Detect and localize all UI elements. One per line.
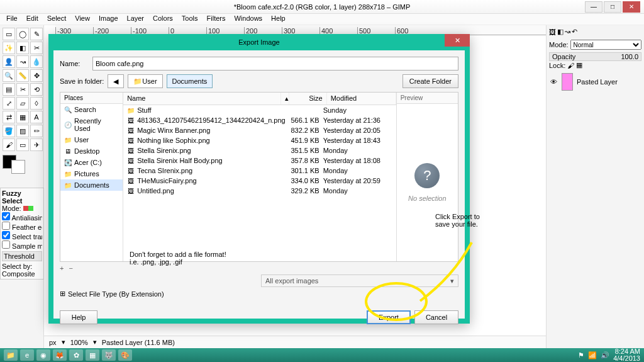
menu-edit[interactable]: Edit [23,14,42,25]
filename-input[interactable] [92,57,458,71]
file-row[interactable]: 🖼481363_412075462195412_1344220424_n.png… [123,115,396,125]
menu-view[interactable]: View [71,14,94,25]
tool-move[interactable]: ✥ [30,69,43,82]
maximize-button[interactable]: □ [604,1,621,13]
tool-free-select[interactable]: ✎ [30,28,43,40]
menu-windows[interactable]: Windows [230,14,266,25]
tool-paths[interactable]: ↝ [16,55,29,68]
taskbar-chrome-icon[interactable]: ◉ [36,349,50,361]
cancel-button[interactable]: Cancel [414,310,458,324]
tool-scale[interactable]: ⤢ [3,97,15,110]
channels-tab-icon[interactable]: ◧ [557,28,564,36]
file-row[interactable]: 🖼Tecna SIrenix.png301.1 KBMonday [123,166,396,176]
tool-align[interactable]: ▤ [3,83,15,96]
tray-volume-icon[interactable]: 🔊 [601,351,609,359]
tool-brush[interactable]: 🖌 [3,139,15,151]
filter-select[interactable]: All export images▾ [261,274,458,287]
tool-blend[interactable]: ▨ [16,125,29,137]
blend-mode-select[interactable]: Normal [570,40,641,50]
taskbar-app2-icon[interactable]: ▦ [86,349,99,361]
tool-cage[interactable]: ▦ [16,111,29,123]
lock-pixels-icon[interactable]: 🖌 [567,62,574,69]
menu-filters[interactable]: Filters [203,14,230,25]
tool-crop[interactable]: ✂ [16,83,29,96]
tool-zoom[interactable]: 🔍 [3,69,15,82]
tool-color-select[interactable]: ◧ [16,42,29,54]
opt-sample-merged[interactable]: Sample merged [2,240,42,250]
remove-place-button[interactable]: − [69,264,72,272]
tool-ellipse-select[interactable]: ◯ [16,28,29,40]
taskbar-clock[interactable]: 8:24 AM 4/4/2013 [613,348,640,362]
export-button[interactable]: Export [367,310,411,324]
menu-tools[interactable]: Tools [178,14,202,25]
close-button[interactable]: ✕ [623,1,640,13]
col-modified[interactable]: Modified [327,93,396,105]
file-row[interactable]: 🖼Untitled.png329.2 KBMonday [123,186,396,196]
bg-color[interactable] [11,160,25,174]
menu-image[interactable]: Image [95,14,122,25]
tool-pencil[interactable]: ✏ [30,125,43,137]
create-folder-button[interactable]: Create Folder [402,74,458,88]
menu-layer[interactable]: Layer [123,14,148,25]
taskbar-ie-icon[interactable]: e [20,349,34,361]
tool-bucket[interactable]: 🪣 [3,125,15,137]
tool-measure[interactable]: 📏 [16,69,29,82]
tool-eraser[interactable]: ▭ [16,139,29,151]
tool-shear[interactable]: ▱ [16,97,29,110]
path-user[interactable]: 📁 User [128,74,162,88]
tool-fuzzy-select[interactable]: ✨ [3,42,15,54]
opt-feather[interactable]: Feather edges [2,222,42,231]
tray-flag-icon[interactable]: ⚑ [578,351,584,359]
path-back-button[interactable]: ◀ [108,74,124,88]
opt-antialias[interactable]: Antialiasing [2,212,42,222]
help-button[interactable]: Help [60,310,97,324]
layer-name[interactable]: Pasted Layer [577,78,618,86]
tool-rotate[interactable]: ⟲ [30,83,43,96]
file-row[interactable]: 🖼Stella Sirenix.png351.5 KBMonday [123,145,396,156]
tool-flip[interactable]: ⇄ [3,111,15,123]
tray-wifi-icon[interactable]: 📶 [588,351,597,359]
taskbar-explorer-icon[interactable]: 📁 [4,349,18,361]
file-row[interactable]: 🖼THeMusicFairy.png334.0 KBYesterday at 2… [123,176,396,186]
col-size[interactable]: Size [289,93,327,105]
menu-file[interactable]: File [3,14,21,25]
tool-perspective[interactable]: ◊ [30,97,43,110]
minimize-button[interactable]: — [585,1,602,13]
opt-transparent[interactable]: Select transparen [2,231,42,240]
place-item[interactable]: 📁Pictures [60,168,123,179]
file-row[interactable]: 🖼Magic Winx Banner.png832.2 KBYesterday … [123,125,396,135]
file-row[interactable]: 📁StuffSunday [123,105,396,115]
taskbar-app1-icon[interactable]: ✿ [69,349,83,361]
file-type-expander[interactable]: ⊞ Select File Type (By Extension) [60,290,458,298]
layers-tab-icon[interactable]: 🖼 [549,28,556,36]
dialog-close-button[interactable]: ✕ [445,34,470,47]
taskbar-firefox-icon[interactable]: 🦊 [53,349,67,361]
col-name[interactable]: Name [123,93,281,105]
place-item[interactable]: 📁Documents [60,179,123,191]
place-item[interactable]: 💽Acer (C:) [60,157,123,168]
file-row[interactable]: 🖼Nothing like Sophix.png451.9 KBYesterda… [123,135,396,145]
opacity-slider[interactable]: Opacity100.0 [549,52,641,61]
unit-selector[interactable]: px [49,339,57,346]
taskbar-paint-icon[interactable]: 🎨 [118,349,132,361]
place-item[interactable]: 📁User [60,134,123,145]
paths-tab-icon[interactable]: ↝ [565,28,570,36]
menu-colors[interactable]: Colors [149,14,177,25]
menu-help[interactable]: Help [267,14,289,25]
menu-select[interactable]: Select [43,14,70,25]
layer-row[interactable]: 👁 Pasted Layer [549,73,641,91]
tool-foreground[interactable]: 👤 [3,55,15,68]
place-item[interactable]: 🖥Desktop [60,145,123,157]
tool-airbrush[interactable]: ✈ [30,139,43,151]
tool-text[interactable]: A [30,111,43,123]
file-row[interactable]: 🖼Stella Sirenix Half Body.png357.8 KBYes… [123,156,396,166]
zoom-selector[interactable]: 100% [70,339,88,346]
tool-rect-select[interactable]: ▭ [3,28,15,40]
eye-icon[interactable]: 👁 [549,77,558,86]
lock-alpha-icon[interactable]: ▦ [576,61,582,69]
tool-color-picker[interactable]: 💧 [30,55,43,68]
add-place-button[interactable]: + [60,264,64,272]
taskbar-gimp-icon[interactable]: 🐺 [102,349,116,361]
place-item[interactable]: 🔍Search [60,104,123,115]
place-item[interactable]: 🕘Recently Used [60,115,123,134]
